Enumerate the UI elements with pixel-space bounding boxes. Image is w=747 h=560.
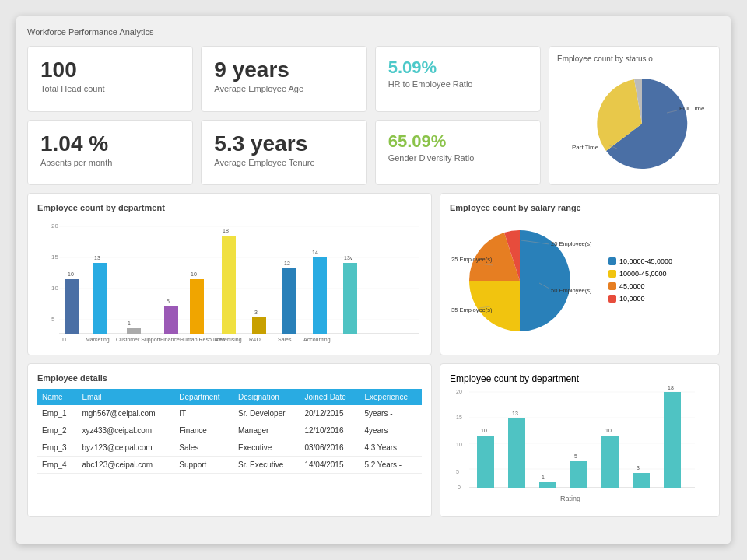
- svg-text:Sales: Sales: [278, 337, 292, 342]
- legend-10000: 10,0000: [608, 295, 672, 303]
- legend-label-2: 10000-45,0000: [619, 270, 667, 278]
- salary-pie-title: Employee count by salary range: [450, 203, 710, 212]
- cell-dept: Finance: [174, 422, 233, 439]
- rating-x-label: Rating: [560, 495, 580, 502]
- cell-desig: Executive: [233, 439, 300, 457]
- cell-email: abc123@ceipal.com: [77, 457, 174, 474]
- absents-label: Absents per month: [40, 158, 180, 167]
- dept-bar-title: Employee count by department: [37, 203, 422, 212]
- bar-rd: [252, 317, 266, 334]
- table-row: Emp_2xyz433@ceipal.comFinanceManager12/1…: [37, 422, 422, 439]
- svg-text:Advertising: Advertising: [215, 337, 242, 343]
- status-pie-card: Employee count by status o Full Time: [549, 46, 720, 185]
- table-row: Emp_3byz123@ceipal.comSalesExecutive03/0…: [37, 439, 422, 457]
- salary-pie-svg: 20 Employee(s) 25 Employee(s) 35 Employe…: [450, 219, 605, 343]
- cell-joined: 12/10/2016: [300, 422, 359, 439]
- cell-dept: IT: [174, 405, 233, 422]
- avg-age-card: 9 years Average Employee Age: [201, 46, 366, 112]
- metrics-col1: 100 Total Head count 1.04 % Absents per …: [27, 46, 193, 185]
- headcount-value: 100: [40, 58, 180, 82]
- svg-text:10: 10: [605, 428, 612, 433]
- svg-text:20: 20: [456, 389, 462, 394]
- cell-dept: Support: [174, 457, 233, 474]
- absents-card: 1.04 % Absents per month: [27, 120, 193, 186]
- hr-ratio-label: HR to Employee Ratio: [388, 79, 528, 89]
- avg-tenure-card: 5.3 years Average Employee Tenure: [201, 120, 366, 186]
- legend-10000-45000: 10,0000-45,0000: [608, 257, 672, 265]
- col-name: Name: [37, 389, 77, 405]
- cell-joined: 03/06/2016: [300, 439, 359, 457]
- cell-desig: Sr. Executive: [233, 457, 300, 474]
- legend-label-3: 45,0000: [619, 282, 645, 290]
- table-row: Emp_1mgh567@ceipal.comITSr. Developer20/…: [37, 405, 422, 422]
- svg-text:Marketing: Marketing: [86, 337, 110, 343]
- bar-cs: [127, 328, 141, 334]
- dept-bar-svg: 20 15 10 5 10 IT 13 Marketing: [37, 219, 419, 343]
- bar-marketing: [93, 263, 107, 334]
- rbar-5: [601, 436, 619, 488]
- cell-name: Emp_4: [37, 457, 77, 474]
- legend-dot-1: [608, 257, 616, 265]
- cell-exp: 4years: [359, 422, 422, 439]
- svg-text:10: 10: [481, 428, 487, 433]
- rbar-4: [570, 461, 587, 488]
- cell-joined: 14/04/2015: [300, 457, 359, 474]
- legend-label-4: 10,0000: [619, 295, 645, 303]
- mid-row: Employee count by department 20 15 10 5 …: [27, 193, 720, 355]
- avg-age-label: Average Employee Age: [214, 84, 353, 93]
- rbar-1: [477, 436, 494, 488]
- avg-tenure-label: Average Employee Tenure: [214, 158, 353, 167]
- svg-text:IT: IT: [62, 337, 68, 342]
- legend-45000: 45,0000: [608, 282, 672, 290]
- svg-text:5: 5: [456, 469, 459, 474]
- svg-text:20 Employee(s): 20 Employee(s): [551, 240, 592, 247]
- legend-dot-4: [608, 295, 616, 303]
- cell-name: Emp_2: [37, 422, 77, 439]
- svg-text:15: 15: [51, 254, 58, 261]
- rating-bar-title: Employee count by department: [450, 373, 710, 384]
- svg-text:13: 13: [512, 411, 518, 416]
- svg-text:5: 5: [167, 299, 170, 304]
- cell-exp: 5years -: [359, 405, 422, 422]
- top-row: 100 Total Head count 1.04 % Absents per …: [27, 46, 720, 185]
- part-time-label: Part Time: [572, 144, 599, 151]
- salary-legend: 10,0000-45,0000 10000-45,0000 45,0000 10…: [605, 257, 672, 304]
- dashboard: Workforce Performance Analytics 100 Tota…: [16, 16, 731, 544]
- svg-text:R&D: R&D: [249, 337, 261, 342]
- avg-tenure-value: 5.3 years: [214, 131, 353, 156]
- rbar-3: [539, 482, 556, 488]
- table-row: Emp_4abc123@ceipal.comSupportSr. Executi…: [37, 457, 422, 474]
- svg-text:3: 3: [637, 465, 640, 471]
- svg-text:5: 5: [51, 316, 55, 323]
- cell-desig: Sr. Developer: [233, 405, 300, 422]
- rbar-7: [664, 392, 681, 488]
- svg-text:18: 18: [223, 228, 229, 233]
- svg-text:5: 5: [574, 453, 577, 459]
- bottom-row: Employee details Name Email Department D…: [27, 363, 720, 517]
- rating-bar-card: Employee count by department 20 15 10 5 …: [440, 363, 720, 517]
- legend-label-1: 10,0000-45,0000: [619, 257, 672, 265]
- svg-text:Customer Support: Customer Support: [116, 337, 160, 343]
- svg-text:14: 14: [312, 250, 318, 255]
- cell-dept: Sales: [174, 439, 233, 457]
- bar-finance: [164, 306, 178, 334]
- bar-last: [343, 263, 357, 334]
- svg-text:1: 1: [128, 320, 131, 326]
- headcount-label: Total Head count: [40, 84, 180, 93]
- metrics-col3: 5.09% HR to Employee Ratio 65.09% Gender…: [375, 46, 541, 185]
- svg-text:12: 12: [284, 261, 290, 266]
- cell-name: Emp_3: [37, 439, 77, 457]
- svg-text:18: 18: [668, 385, 674, 390]
- rbar-6: [633, 473, 650, 488]
- svg-text:1: 1: [542, 474, 545, 480]
- svg-text:20: 20: [51, 222, 58, 229]
- hr-ratio-card: 5.09% HR to Employee Ratio: [375, 46, 541, 112]
- dept-bar-card: Employee count by department 20 15 10 5 …: [27, 193, 432, 355]
- bar-it: [65, 279, 79, 334]
- svg-text:10: 10: [456, 442, 462, 447]
- col-joined: Joined Date: [300, 389, 359, 405]
- svg-text:Finance: Finance: [160, 337, 180, 342]
- salary-pie-card: Employee count by salary range 20 Employ…: [440, 193, 720, 355]
- status-pie-title: Employee count by status o: [557, 54, 711, 63]
- svg-text:10: 10: [68, 271, 74, 277]
